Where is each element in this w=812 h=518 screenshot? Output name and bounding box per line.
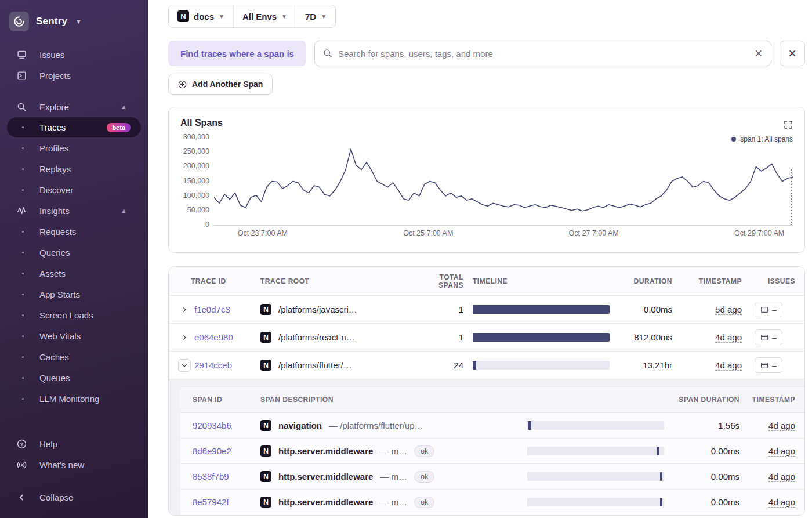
environment-name: All Envs <box>242 12 277 21</box>
add-span-row: Add Another Span <box>168 74 805 95</box>
chevron-left-icon <box>16 492 27 502</box>
search-icon <box>323 49 332 58</box>
bullet-icon <box>19 147 27 149</box>
expand-chevron-icon[interactable] <box>178 331 191 344</box>
expand-chevron-icon[interactable] <box>178 359 191 372</box>
span-description: — m… <box>380 497 407 507</box>
sidebar-item-screen-loads[interactable]: Screen Loads <box>0 305 148 325</box>
search-box[interactable]: ✕ <box>314 41 771 66</box>
issues-button[interactable]: – <box>755 357 782 373</box>
span-filter-chip[interactable]: Find traces where a span is <box>168 41 306 66</box>
span-operation: navigation <box>278 421 322 430</box>
x-axis-label: Oct 25 7:00 AM <box>403 229 453 237</box>
sidebar-item-llm-monitoring[interactable]: LLM Monitoring <box>0 388 148 409</box>
timestamp-link[interactable]: 5d ago <box>715 305 742 315</box>
expand-chart-icon[interactable] <box>784 120 793 129</box>
trace-id-link[interactable]: f1e0d7c3 <box>194 305 230 314</box>
sidebar-item-label: Projects <box>39 71 71 81</box>
project-selector[interactable]: N docs ▼ <box>169 5 233 27</box>
date-range-selector[interactable]: 7D ▼ <box>296 5 335 27</box>
timestamp-link[interactable]: 4d ago <box>768 472 795 482</box>
sidebar-item-traces[interactable]: Tracesbeta <box>7 117 141 137</box>
sidebar-item-app-starts[interactable]: App Starts <box>0 284 148 305</box>
sidebar-item-replays[interactable]: Replays <box>0 158 148 179</box>
sidebar-item-projects[interactable]: Projects <box>0 65 148 86</box>
main-content: N docs ▼ All Envs ▼ 7D ▼ Find traces whe… <box>148 0 812 518</box>
y-axis-label: 0 <box>205 220 209 229</box>
span-id-link[interactable]: 920934b6 <box>193 421 231 430</box>
sidebar-item-requests[interactable]: Requests <box>0 221 148 242</box>
table-row[interactable]: e064e980 N /platforms/react-n… 1 812.00m… <box>169 324 804 352</box>
trace-id-link[interactable]: 2914cceb <box>194 360 232 370</box>
timeline-bar <box>660 498 662 506</box>
timestamp-link[interactable]: 4d ago <box>768 421 795 431</box>
sidebar-item-label: Queues <box>39 373 70 383</box>
span-id-link[interactable]: 8d6e90e2 <box>193 446 231 456</box>
col-header-timeline: TIMELINE <box>463 277 614 285</box>
span-row[interactable]: 8538f7b9 N http.server.middleware — m… o… <box>180 464 804 490</box>
page-filter-group: N docs ▼ All Envs ▼ 7D ▼ <box>168 5 336 28</box>
trace-id-link[interactable]: e064e980 <box>194 332 233 342</box>
svg-text:?: ? <box>20 441 23 447</box>
sidebar-item-discover[interactable]: Discover <box>0 179 148 200</box>
remove-span-filter-button[interactable]: ✕ <box>780 41 805 66</box>
project-avatar-n: N <box>177 10 189 22</box>
sidebar-item-web-vitals[interactable]: Web Vitals <box>0 325 148 346</box>
sidebar-item-label: Profiles <box>39 143 68 153</box>
table-body: f1e0d7c3 N /platforms/javascri… 1 0.00ms… <box>169 296 804 515</box>
timeline-track <box>527 447 664 455</box>
span-id-link[interactable]: 8e57942f <box>193 497 229 507</box>
spans-line-chart <box>214 137 793 225</box>
timestamp-link[interactable]: 4d ago <box>768 497 795 508</box>
timestamp-link[interactable]: 4d ago <box>715 360 742 371</box>
duration: 0.00ms <box>614 305 672 314</box>
clear-search-icon[interactable]: ✕ <box>755 49 763 59</box>
expanded-trace-section: SPAN ID SPAN DESCRIPTION SPAN DURATION T… <box>169 379 804 515</box>
sidebar-item-profiles[interactable]: Profiles <box>0 137 148 158</box>
span-row[interactable]: 8d6e90e2 N http.server.middleware — m… o… <box>180 439 804 464</box>
span-search-input[interactable] <box>338 49 749 59</box>
sidebar-item-issues[interactable]: Issues <box>0 44 148 65</box>
sidebar-item-explore[interactable]: Explore▲ <box>0 96 148 117</box>
sidebar-item-caches[interactable]: Caches <box>0 346 148 367</box>
add-another-span-button[interactable]: Add Another Span <box>168 74 273 95</box>
span-row[interactable]: 920934b6 N navigation — /platforms/flutt… <box>180 413 804 439</box>
environment-selector[interactable]: All Envs ▼ <box>233 5 296 27</box>
y-axis-label: 200,000 <box>183 162 209 170</box>
chevron-down-icon: ▼ <box>321 13 327 20</box>
sidebar: Sentry ▼ IssuesProjectsExplore▲Tracesbet… <box>0 0 148 518</box>
x-axis-line <box>214 225 793 226</box>
sidebar-item-label: Insights <box>39 206 70 216</box>
bullet-icon <box>19 335 27 337</box>
span-id-link[interactable]: 8538f7b9 <box>193 472 229 481</box>
expand-chevron-icon[interactable] <box>178 303 191 316</box>
timestamp-link[interactable]: 4d ago <box>715 332 742 343</box>
org-switcher[interactable]: Sentry ▼ <box>0 0 148 44</box>
span-duration: 0.00ms <box>664 497 740 507</box>
sidebar-item-help[interactable]: ?Help <box>0 433 148 454</box>
project-avatar-n: N <box>260 332 271 343</box>
timestamp-link[interactable]: 4d ago <box>768 446 795 457</box>
sidebar-collapse-button[interactable]: Collapse <box>0 487 148 508</box>
timeline-bar <box>473 305 610 314</box>
issues-icon <box>16 49 27 60</box>
help-icon: ? <box>16 439 27 449</box>
span-table-header-row: SPAN ID SPAN DESCRIPTION SPAN DURATION T… <box>180 386 804 413</box>
project-avatar-n: N <box>260 445 271 457</box>
sidebar-item-queries[interactable]: Queries <box>0 242 148 263</box>
span-row[interactable]: 8e57942f N http.server.middleware — m… o… <box>180 490 804 515</box>
sidebar-item-what-s-new[interactable]: What's new <box>0 454 148 475</box>
issues-button[interactable]: – <box>755 302 782 317</box>
span-duration: 1.56s <box>664 421 740 430</box>
project-avatar-n: N <box>260 304 271 315</box>
timeline-bar <box>528 421 531 430</box>
sidebar-item-assets[interactable]: Assets <box>0 263 148 284</box>
sidebar-item-queues[interactable]: Queues <box>0 367 148 388</box>
table-row[interactable]: 2914cceb N /platforms/flutter/… 24 13.21… <box>169 352 804 379</box>
sidebar-item-insights[interactable]: Insights▲ <box>0 200 148 221</box>
bullet-icon <box>19 356 27 358</box>
sidebar-item-label: Issues <box>39 50 64 60</box>
issues-button[interactable]: – <box>755 329 782 345</box>
table-row[interactable]: f1e0d7c3 N /platforms/javascri… 1 0.00ms… <box>169 296 804 324</box>
duration: 812.00ms <box>614 332 672 342</box>
